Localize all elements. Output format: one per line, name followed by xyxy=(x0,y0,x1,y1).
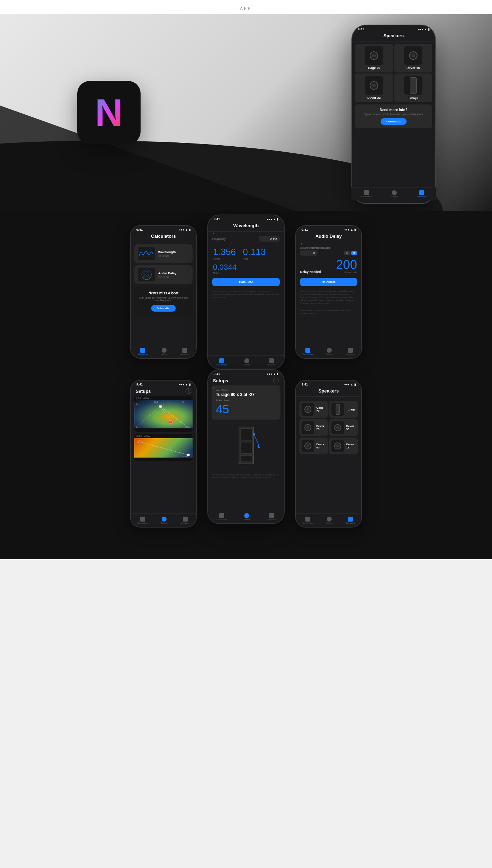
setups1-side-map-canvas: 3m 110.3m -27° xyxy=(134,438,193,461)
spk2-turage-img xyxy=(331,403,344,416)
setups2-help-btn[interactable]: ? xyxy=(273,378,279,383)
wl-freq-input[interactable]: 0 Hz xyxy=(259,236,280,242)
dark-section-padding xyxy=(0,528,492,542)
wl-tab-calculators[interactable]: Calculators xyxy=(216,358,227,366)
calc-tab-spk-icon xyxy=(182,348,187,353)
wl-tab-spk-label: Speakers xyxy=(267,364,276,366)
wl-calculate-button[interactable]: Calculate xyxy=(212,278,280,286)
ad-calculate-button[interactable]: Calculate xyxy=(300,278,357,286)
setups2-tab-speakers[interactable]: Speakers xyxy=(267,513,276,521)
speaker-diagram-svg xyxy=(232,425,260,467)
hero-status-bar: 9:41 ●●● ▲ ▮ xyxy=(352,25,435,32)
ad-time: 9:41 xyxy=(302,228,308,231)
spk2-tab-setups[interactable]: Setups xyxy=(326,517,333,524)
hero-phone: 9:41 ●●● ▲ ▮ Speakers xyxy=(351,25,436,200)
ad-unit-ft[interactable]: ft xyxy=(351,251,357,255)
setups1-help-btn[interactable]: ? xyxy=(186,388,191,394)
hero-tab-speakers[interactable]: Speakers xyxy=(417,190,426,198)
svg-text:38.3: 38.3 xyxy=(154,401,158,403)
ad-tab-speakers[interactable]: Speakers xyxy=(346,348,355,355)
spk-tall xyxy=(410,77,417,94)
ad-tab-calculators[interactable]: Calculators xyxy=(303,348,313,355)
hero-time: 9:41 xyxy=(358,27,364,31)
setups2-tab-calc[interactable]: Calculators xyxy=(216,513,227,521)
spk2-devor16[interactable]: Devor 16 xyxy=(329,438,358,454)
speaker-card-devor16[interactable]: Devor 16 xyxy=(394,44,433,72)
setups2-back-arrow[interactable]: ‹ xyxy=(213,385,215,390)
setups1-tab-speakers[interactable]: Speakers xyxy=(181,517,189,524)
spk2-time: 9:41 xyxy=(302,383,308,386)
calc-status-icons: ●●● ▲ ▮ xyxy=(179,228,190,231)
need-info-title: Need more info? xyxy=(358,108,429,112)
wl-tab-setups[interactable]: Setups xyxy=(244,358,250,366)
spk2-calc-label: Calculators xyxy=(303,522,313,524)
spk2-circle-1 xyxy=(304,406,311,413)
wl-feet-label: Feet xyxy=(243,257,266,260)
calc-tab-calc-icon xyxy=(140,348,145,353)
speaker-card-gage70[interactable]: Gage 70 xyxy=(355,44,393,72)
calculators-phone: 9:41 ●●● ▲ ▮ Calculators Wavelength xyxy=(130,225,197,359)
spk2-calc-icon xyxy=(305,517,310,522)
wl-tab-setups-icon xyxy=(244,358,249,363)
ad-tab-calc-label: Calculators xyxy=(303,353,313,355)
calc-tab-speakers[interactable]: Speakers xyxy=(180,348,189,355)
calc-tab-bar: Calculators Setup Speakers xyxy=(131,345,196,358)
svg-line-10 xyxy=(161,407,171,422)
spk2-tab-speakers[interactable]: Speakers xyxy=(346,517,355,524)
setups2-battery: ▮ xyxy=(277,372,278,376)
setups1-side-map-bg: 3m 110.3m -27° xyxy=(134,438,193,458)
setups1-header: Setups ? xyxy=(131,387,196,396)
setups1-calc-icon xyxy=(140,517,145,522)
wl-tab-speakers[interactable]: Speakers xyxy=(267,358,276,366)
subscribe-button[interactable]: Subscribe xyxy=(151,305,176,312)
spk-circle-inner-2 xyxy=(412,54,415,57)
setups1-setups-icon xyxy=(162,517,167,522)
setups2-tab-setups[interactable]: Setups xyxy=(244,513,250,521)
spk2-devor40[interactable]: Devor 40 xyxy=(299,438,328,454)
audio-delay-phone: 9:41 ●●● ▲ ▮ ‹ Audio Delay Distance betw… xyxy=(295,225,362,359)
spk2-tab-calc[interactable]: Calculators xyxy=(303,517,313,524)
ad-unit-m[interactable]: m xyxy=(344,251,350,255)
spk2-wifi: ▲ xyxy=(350,383,353,386)
wl-wifi: ▲ xyxy=(273,218,276,221)
wl-freq-unit: Hz xyxy=(273,237,277,241)
ad-back-arrow[interactable]: ‹ xyxy=(301,241,303,246)
audio-delay-list-item[interactable]: Audio Delay m/ft to ms xyxy=(134,265,193,284)
audio-delay-list-text: Audio Delay m/ft to ms xyxy=(158,272,189,278)
calc-tab-setup[interactable]: Setup xyxy=(161,348,167,355)
setups-phone-2: 9:41 ●●● ▲ ▮ ‹ Setups ? Your Setup Turag… xyxy=(207,369,285,524)
spk2-devor30-img xyxy=(331,421,344,434)
hero-tab-calculators[interactable]: Calculators xyxy=(361,190,372,198)
calc-time: 9:41 xyxy=(136,228,143,231)
spk2-devor30[interactable]: Devor 30 xyxy=(329,419,358,436)
spk2-gage70-img xyxy=(302,403,314,416)
hero-tab-setups[interactable]: Setups xyxy=(391,190,398,198)
setups2-header: Setups ? xyxy=(208,376,284,385)
ad-tab-setups[interactable]: Setups xyxy=(326,348,333,355)
audio-delay-icon xyxy=(138,268,155,281)
setups2-result-label: Your Setup xyxy=(216,389,276,391)
spk2-devor16-img xyxy=(331,440,344,452)
wl-tab-bar: Calculators Setups Speakers xyxy=(208,355,284,369)
ad-distance-input[interactable]: 0 xyxy=(300,250,318,256)
setups1-tab-calc[interactable]: Calculators xyxy=(137,517,148,524)
setups1-time: 9:41 xyxy=(136,383,143,386)
calc-signal: ●●● xyxy=(179,228,184,231)
wavelength-list-item[interactable]: Wavelength Hz to m/ft xyxy=(134,244,193,263)
spk2-devor23[interactable]: Devor 23 xyxy=(299,419,328,436)
wl-tab-setups-label: Setups xyxy=(244,364,250,366)
calc-tab-calculators[interactable]: Calculators xyxy=(137,348,148,355)
speaker-card-turage[interactable]: Turage xyxy=(394,74,433,102)
speaker-card-devor23[interactable]: Devor 23 xyxy=(355,74,393,102)
wl-back-arrow[interactable]: ‹ xyxy=(213,230,215,236)
contact-us-button[interactable]: Contact us xyxy=(381,118,406,125)
spk2-spk-icon xyxy=(348,517,353,522)
audio-delay-list-title: Audio Delay xyxy=(158,272,189,275)
spk2-turage[interactable]: Turage xyxy=(329,401,358,418)
phones-row-1: 9:41 ●●● ▲ ▮ Calculators Wavelength xyxy=(0,225,492,369)
audio-delay-list-subtitle: m/ft to ms xyxy=(158,276,189,278)
setups1-tab-setups[interactable]: Setups xyxy=(161,517,168,524)
setups2-wifi: ▲ xyxy=(273,372,276,376)
speaker-name-turage: Turage xyxy=(397,96,430,100)
spk2-gage70[interactable]: Gage 70 xyxy=(299,401,328,418)
